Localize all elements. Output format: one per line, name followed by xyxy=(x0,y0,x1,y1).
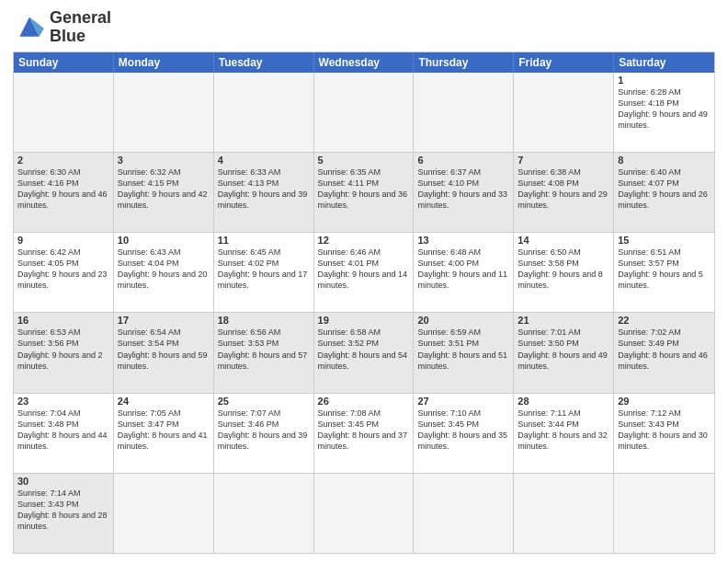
calendar-cell: 8Sunrise: 6:40 AM Sunset: 4:07 PM Daylig… xyxy=(614,153,714,232)
calendar-cell: 18Sunrise: 6:56 AM Sunset: 3:53 PM Dayli… xyxy=(214,313,314,392)
calendar-cell: 28Sunrise: 7:11 AM Sunset: 3:44 PM Dayli… xyxy=(514,394,614,473)
day-number: 22 xyxy=(618,315,711,326)
calendar-cell: 14Sunrise: 6:50 AM Sunset: 3:58 PM Dayli… xyxy=(514,233,614,312)
calendar-cell: 12Sunrise: 6:46 AM Sunset: 4:01 PM Dayli… xyxy=(314,233,415,312)
day-info: Sunrise: 7:12 AM Sunset: 3:43 PM Dayligh… xyxy=(618,408,711,453)
day-info: Sunrise: 6:30 AM Sunset: 4:16 PM Dayligh… xyxy=(17,167,109,212)
day-number: 5 xyxy=(318,155,410,166)
day-number: 29 xyxy=(618,396,711,407)
calendar-cell: 29Sunrise: 7:12 AM Sunset: 3:43 PM Dayli… xyxy=(614,394,714,473)
day-info: Sunrise: 7:05 AM Sunset: 3:47 PM Dayligh… xyxy=(118,408,210,453)
calendar-body: 1Sunrise: 6:28 AM Sunset: 4:18 PM Daylig… xyxy=(14,73,714,553)
calendar-cell: 16Sunrise: 6:53 AM Sunset: 3:56 PM Dayli… xyxy=(14,313,114,392)
calendar-cell: 25Sunrise: 7:07 AM Sunset: 3:46 PM Dayli… xyxy=(214,394,314,473)
calendar-row: 1Sunrise: 6:28 AM Sunset: 4:18 PM Daylig… xyxy=(14,73,714,152)
calendar-cell: 9Sunrise: 6:42 AM Sunset: 4:05 PM Daylig… xyxy=(14,233,114,312)
calendar-header: SundayMondayTuesdayWednesdayThursdayFrid… xyxy=(14,52,714,73)
calendar-cell xyxy=(514,73,614,152)
calendar-cell: 10Sunrise: 6:43 AM Sunset: 4:04 PM Dayli… xyxy=(114,233,214,312)
calendar-cell: 13Sunrise: 6:48 AM Sunset: 4:00 PM Dayli… xyxy=(414,233,514,312)
header-day-tuesday: Tuesday xyxy=(214,52,314,73)
calendar-cell: 2Sunrise: 6:30 AM Sunset: 4:16 PM Daylig… xyxy=(14,153,114,232)
day-number: 6 xyxy=(417,155,509,166)
day-info: Sunrise: 6:53 AM Sunset: 3:56 PM Dayligh… xyxy=(17,327,109,372)
calendar-cell xyxy=(314,73,415,152)
calendar-row: 2Sunrise: 6:30 AM Sunset: 4:16 PM Daylig… xyxy=(14,152,714,232)
day-info: Sunrise: 7:11 AM Sunset: 3:44 PM Dayligh… xyxy=(518,408,609,453)
calendar-cell xyxy=(114,474,214,553)
day-number: 26 xyxy=(318,396,410,407)
day-info: Sunrise: 6:51 AM Sunset: 3:57 PM Dayligh… xyxy=(618,247,711,292)
day-info: Sunrise: 6:40 AM Sunset: 4:07 PM Dayligh… xyxy=(618,167,711,212)
calendar-row: 23Sunrise: 7:04 AM Sunset: 3:48 PM Dayli… xyxy=(14,393,714,473)
calendar: SundayMondayTuesdayWednesdayThursdayFrid… xyxy=(13,52,715,554)
calendar-cell: 26Sunrise: 7:08 AM Sunset: 3:45 PM Dayli… xyxy=(314,394,415,473)
day-info: Sunrise: 6:50 AM Sunset: 3:58 PM Dayligh… xyxy=(518,247,609,292)
day-number: 16 xyxy=(17,315,109,326)
day-number: 17 xyxy=(118,315,210,326)
header-day-friday: Friday xyxy=(514,52,614,73)
calendar-cell: 15Sunrise: 6:51 AM Sunset: 3:57 PM Dayli… xyxy=(614,233,714,312)
header-day-thursday: Thursday xyxy=(414,52,514,73)
day-info: Sunrise: 6:42 AM Sunset: 4:05 PM Dayligh… xyxy=(17,247,109,292)
calendar-cell: 3Sunrise: 6:32 AM Sunset: 4:15 PM Daylig… xyxy=(114,153,214,232)
calendar-cell xyxy=(514,474,614,553)
day-info: Sunrise: 6:28 AM Sunset: 4:18 PM Dayligh… xyxy=(618,86,711,132)
day-info: Sunrise: 6:35 AM Sunset: 4:11 PM Dayligh… xyxy=(318,167,410,212)
day-info: Sunrise: 7:01 AM Sunset: 3:50 PM Dayligh… xyxy=(518,327,609,372)
day-info: Sunrise: 6:43 AM Sunset: 4:04 PM Dayligh… xyxy=(118,247,210,292)
day-number: 30 xyxy=(17,476,109,487)
calendar-cell xyxy=(414,474,514,553)
calendar-cell xyxy=(214,73,314,152)
calendar-cell: 1Sunrise: 6:28 AM Sunset: 4:18 PM Daylig… xyxy=(614,73,714,152)
calendar-row: 9Sunrise: 6:42 AM Sunset: 4:05 PM Daylig… xyxy=(14,232,714,312)
day-number: 13 xyxy=(417,235,509,246)
day-info: Sunrise: 6:32 AM Sunset: 4:15 PM Dayligh… xyxy=(118,167,210,212)
header-day-sunday: Sunday xyxy=(14,52,114,73)
day-number: 2 xyxy=(17,155,109,166)
day-number: 9 xyxy=(17,235,109,246)
day-number: 12 xyxy=(318,235,410,246)
day-info: Sunrise: 7:04 AM Sunset: 3:48 PM Dayligh… xyxy=(17,408,109,453)
day-info: Sunrise: 6:48 AM Sunset: 4:00 PM Dayligh… xyxy=(417,247,509,292)
header-day-monday: Monday xyxy=(114,52,214,73)
calendar-cell: 20Sunrise: 6:59 AM Sunset: 3:51 PM Dayli… xyxy=(414,313,514,392)
day-info: Sunrise: 6:58 AM Sunset: 3:52 PM Dayligh… xyxy=(318,327,410,372)
calendar-row: 30Sunrise: 7:14 AM Sunset: 3:43 PM Dayli… xyxy=(14,473,714,553)
day-number: 19 xyxy=(318,315,410,326)
day-number: 23 xyxy=(17,396,109,407)
day-info: Sunrise: 7:10 AM Sunset: 3:45 PM Dayligh… xyxy=(417,408,509,453)
calendar-cell: 11Sunrise: 6:45 AM Sunset: 4:02 PM Dayli… xyxy=(214,233,314,312)
logo: General Blue xyxy=(13,9,111,46)
calendar-cell: 19Sunrise: 6:58 AM Sunset: 3:52 PM Dayli… xyxy=(314,313,415,392)
day-info: Sunrise: 6:54 AM Sunset: 3:54 PM Dayligh… xyxy=(118,327,210,372)
day-info: Sunrise: 6:56 AM Sunset: 3:53 PM Dayligh… xyxy=(218,327,310,372)
calendar-cell: 21Sunrise: 7:01 AM Sunset: 3:50 PM Dayli… xyxy=(514,313,614,392)
day-number: 18 xyxy=(218,315,310,326)
day-number: 11 xyxy=(218,235,310,246)
day-number: 1 xyxy=(618,75,711,86)
calendar-cell xyxy=(614,474,714,553)
calendar-cell: 5Sunrise: 6:35 AM Sunset: 4:11 PM Daylig… xyxy=(314,153,415,232)
day-info: Sunrise: 6:59 AM Sunset: 3:51 PM Dayligh… xyxy=(417,327,509,372)
day-info: Sunrise: 7:08 AM Sunset: 3:45 PM Dayligh… xyxy=(318,408,410,453)
calendar-cell xyxy=(214,474,314,553)
day-info: Sunrise: 7:14 AM Sunset: 3:43 PM Dayligh… xyxy=(17,488,109,533)
page-header: General Blue xyxy=(13,9,715,46)
day-number: 27 xyxy=(417,396,509,407)
day-info: Sunrise: 6:45 AM Sunset: 4:02 PM Dayligh… xyxy=(218,247,310,292)
logo-icon xyxy=(13,14,46,41)
logo-text: General Blue xyxy=(50,9,111,46)
day-number: 3 xyxy=(118,155,210,166)
day-info: Sunrise: 6:37 AM Sunset: 4:10 PM Dayligh… xyxy=(417,167,509,212)
calendar-row: 16Sunrise: 6:53 AM Sunset: 3:56 PM Dayli… xyxy=(14,312,714,392)
calendar-cell: 17Sunrise: 6:54 AM Sunset: 3:54 PM Dayli… xyxy=(114,313,214,392)
day-number: 4 xyxy=(218,155,310,166)
day-number: 10 xyxy=(118,235,210,246)
day-number: 21 xyxy=(518,315,609,326)
day-info: Sunrise: 6:33 AM Sunset: 4:13 PM Dayligh… xyxy=(218,167,310,212)
day-info: Sunrise: 7:02 AM Sunset: 3:49 PM Dayligh… xyxy=(618,327,711,372)
calendar-cell xyxy=(414,73,514,152)
calendar-cell: 27Sunrise: 7:10 AM Sunset: 3:45 PM Dayli… xyxy=(414,394,514,473)
day-info: Sunrise: 6:38 AM Sunset: 4:08 PM Dayligh… xyxy=(518,167,609,212)
